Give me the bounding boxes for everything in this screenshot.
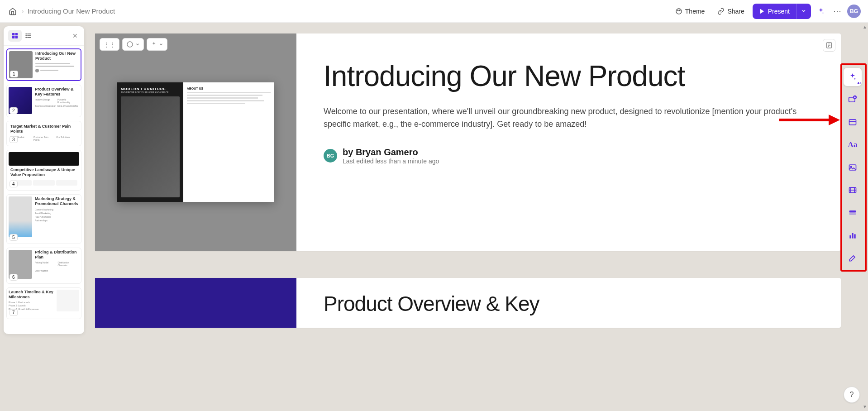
slide-thumbnail-list[interactable]: Introducing Our New Product 1 Product Ov…	[4, 46, 84, 334]
present-button-group: Present	[753, 4, 811, 19]
theme-button[interactable]: Theme	[671, 5, 710, 18]
theme-label: Theme	[685, 8, 705, 15]
svg-rect-3	[12, 33, 14, 35]
slide-1-image-area[interactable]: ⋮⋮ MODERN FURNITURE AND D	[95, 33, 296, 251]
slide-number: 5	[10, 234, 18, 241]
svg-point-11	[26, 35, 26, 36]
slide-thumb[interactable]: Pricing & Distribution PlanPricing Model…	[6, 248, 81, 284]
add-card-tool[interactable]	[844, 91, 862, 109]
svg-rect-4	[15, 33, 18, 35]
sparkle-icon	[817, 7, 825, 15]
svg-point-0	[676, 9, 682, 14]
play-icon	[759, 8, 765, 14]
slide-thumb[interactable]: Introducing Our New Product 1	[6, 48, 81, 81]
drag-handle[interactable]: ⋮⋮	[100, 38, 119, 51]
list-icon	[25, 32, 32, 39]
slide-number: 6	[10, 274, 18, 281]
brochure-mockup: MODERN FURNITURE AND DECOR FOR YOUR HOME…	[117, 82, 274, 202]
ai-tools-button[interactable]	[147, 38, 167, 51]
chart-tool[interactable]	[844, 226, 862, 244]
present-button[interactable]: Present	[753, 4, 796, 19]
draw-tool[interactable]	[844, 249, 862, 267]
share-label: Share	[727, 8, 744, 15]
slide-2[interactable]: Product Overview & Key	[95, 278, 841, 328]
slide-title[interactable]: Introducing Our New Product	[324, 61, 814, 92]
chevron-down-icon	[135, 42, 140, 47]
svg-point-10	[26, 33, 26, 34]
notes-button[interactable]	[823, 39, 835, 52]
workspace: ✕ Introducing Our New Product 1 Product …	[0, 23, 868, 411]
chart-icon	[848, 231, 857, 240]
link-icon	[717, 8, 725, 15]
slide-title[interactable]: Product Overview & Key	[324, 292, 814, 316]
chevron-down-icon	[801, 8, 806, 14]
user-avatar[interactable]: BG	[847, 5, 861, 18]
slide-thumb[interactable]: Marketing Strategy & Promotional Channel…	[6, 194, 81, 244]
home-icon	[9, 7, 17, 15]
slide-1-content[interactable]: Introducing Our New Product Welcome to o…	[296, 33, 841, 251]
svg-rect-5	[12, 36, 14, 38]
slide-number: 4	[10, 181, 18, 187]
page-title: Introducing Our New Product	[28, 7, 115, 15]
svg-point-2	[679, 10, 680, 11]
color-picker-button[interactable]	[122, 38, 144, 51]
right-toolbar: AI Aa	[842, 68, 863, 267]
sparkle-icon	[151, 41, 157, 48]
sparkle-icon	[848, 72, 857, 81]
scroll-up-arrow[interactable]: ▲	[863, 24, 867, 29]
present-label: Present	[768, 8, 790, 15]
more-button[interactable]: ⋯	[831, 5, 844, 18]
home-button[interactable]	[7, 6, 18, 17]
embed-icon	[848, 208, 857, 217]
slide-1[interactable]: ⋮⋮ MODERN FURNITURE AND D	[95, 33, 841, 251]
help-button[interactable]: ?	[844, 387, 860, 403]
text-tool[interactable]: Aa	[844, 136, 862, 154]
outline-view-tab[interactable]	[22, 30, 35, 42]
present-dropdown[interactable]	[796, 4, 811, 19]
pencil-icon	[848, 253, 857, 263]
close-panel-button[interactable]: ✕	[71, 31, 80, 40]
svg-rect-20	[849, 119, 856, 125]
ai-tool[interactable]: AI	[844, 68, 862, 86]
palette-icon	[126, 41, 134, 48]
slide-panel-tabs: ✕	[4, 26, 84, 46]
slide-panel: ✕ Introducing Our New Product 1 Product …	[4, 26, 84, 334]
author-avatar: BG	[324, 149, 337, 162]
svg-rect-29	[849, 210, 856, 212]
image-icon	[848, 163, 857, 172]
svg-rect-31	[852, 233, 853, 239]
thumbnail-view-tab[interactable]	[8, 30, 22, 42]
ai-badge: AI	[857, 81, 861, 85]
palette-icon	[675, 8, 682, 15]
slide-description[interactable]: Welcome to our presentation, where we'll…	[324, 105, 814, 131]
slide-2-content[interactable]: Product Overview & Key	[296, 278, 841, 328]
svg-point-1	[677, 10, 678, 11]
grid-icon	[11, 32, 19, 39]
slide-thumb[interactable]: Target Market & Customer Pain PointsTarg…	[6, 121, 81, 146]
chevron-down-icon	[159, 42, 163, 47]
author-block: BG by Bryan Gamero Last edited less than…	[324, 147, 814, 165]
svg-point-13	[127, 42, 133, 47]
layout-icon	[848, 118, 857, 127]
svg-rect-6	[15, 36, 18, 38]
embed-tool[interactable]	[844, 204, 862, 222]
slide-number: 2	[10, 107, 18, 114]
notes-icon	[825, 42, 833, 49]
video-icon	[848, 186, 857, 195]
video-tool[interactable]	[844, 181, 862, 199]
slide-2-image-area[interactable]	[95, 278, 296, 328]
topbar: › Introducing Our New Product Theme Shar…	[0, 0, 868, 23]
slide-thumb[interactable]: Launch Timeline & Key MilestonesPhase 1:…	[6, 287, 81, 319]
canvas[interactable]: ⋮⋮ MODERN FURNITURE AND D	[0, 23, 868, 411]
svg-rect-32	[854, 234, 855, 239]
slide-thumb[interactable]: Product Overview & Key FeaturesIntuitive…	[6, 85, 81, 117]
image-tool[interactable]	[844, 158, 862, 177]
slide-thumb[interactable]: Competitive Landscape & Unique Value Pro…	[6, 150, 81, 191]
scroll-down-arrow[interactable]: ▼	[863, 404, 867, 409]
share-button[interactable]: Share	[713, 5, 749, 18]
ai-sparkle-button[interactable]	[815, 5, 827, 18]
slide-number: 1	[10, 71, 18, 77]
breadcrumb-separator: ›	[22, 8, 24, 15]
slide-number: 7	[10, 309, 18, 316]
template-tool[interactable]	[844, 113, 862, 131]
